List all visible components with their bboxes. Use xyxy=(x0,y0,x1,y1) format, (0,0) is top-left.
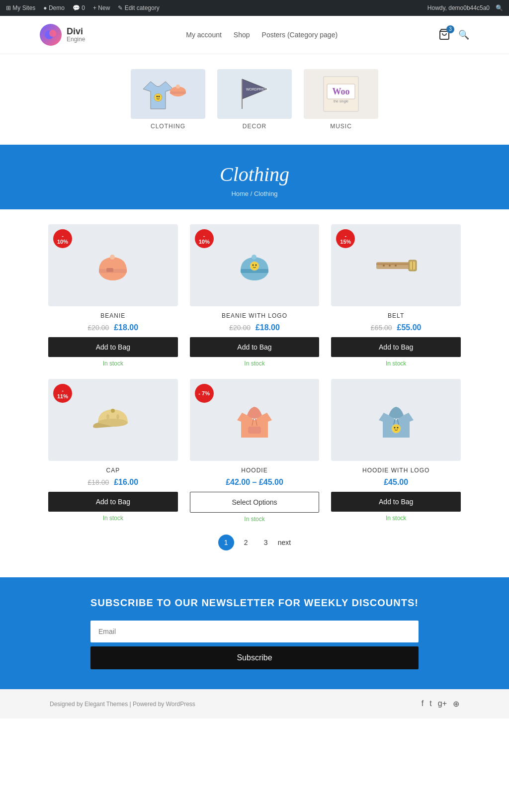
rss-icon[interactable]: ⊕ xyxy=(453,699,459,709)
svg-rect-27 xyxy=(376,263,414,265)
product-hoodie-with-logo-image xyxy=(331,379,461,461)
product-hoodie-logo-price: £45.00 xyxy=(331,478,461,487)
admin-search-icon[interactable]: 🔍 xyxy=(496,4,503,11)
product-hoodie: - 7% HOODIE £42.00 – £45.00 Select Optio… xyxy=(190,379,320,523)
product-hoodie-name: HOODIE xyxy=(190,467,320,474)
product-hoodie-select-button[interactable]: Select Options xyxy=(190,492,320,513)
product-belt-name: BELT xyxy=(331,312,461,319)
product-beanie: - 10% BEANIE £20.00 £18.00 Add to Bag In… xyxy=(48,224,178,367)
admin-edit-category[interactable]: ✎ Edit category xyxy=(118,4,159,11)
page-next[interactable]: next xyxy=(278,539,291,546)
svg-rect-7 xyxy=(170,91,186,94)
admin-new[interactable]: + New xyxy=(93,4,110,11)
admin-comments[interactable]: 💬 0 xyxy=(73,4,85,11)
product-hoodie-discount: - 7% xyxy=(195,384,214,403)
product-belt-image: - 15% xyxy=(331,224,461,306)
product-beanie-logo-discount: - 10% xyxy=(195,229,214,248)
facebook-icon[interactable]: f xyxy=(422,699,424,709)
cart-count: 3 xyxy=(446,25,454,33)
product-beanie-add-button[interactable]: Add to Bag xyxy=(48,337,178,357)
breadcrumb: Home / Clothing xyxy=(10,190,499,197)
twitter-icon[interactable]: t xyxy=(429,699,431,709)
svg-point-22 xyxy=(252,255,256,260)
category-decor[interactable]: WORDPRESS DECOR xyxy=(217,69,292,130)
svg-text:the single: the single xyxy=(334,99,348,103)
svg-point-43 xyxy=(397,427,398,428)
svg-text:WORDPRESS: WORDPRESS xyxy=(246,88,269,91)
product-beanie-name: BEANIE xyxy=(48,312,178,319)
breadcrumb-current: Clothing xyxy=(254,190,278,197)
svg-point-41 xyxy=(392,424,401,433)
svg-point-42 xyxy=(394,427,395,428)
logo-icon xyxy=(40,24,62,46)
svg-point-35 xyxy=(111,409,115,413)
logo-text: Divi Engine xyxy=(67,27,85,43)
admin-my-sites[interactable]: ⊞ My Sites xyxy=(6,4,35,11)
svg-point-4 xyxy=(157,96,158,97)
email-input[interactable] xyxy=(90,621,419,642)
svg-rect-18 xyxy=(106,268,113,272)
header-search-icon[interactable]: 🔍 xyxy=(458,29,469,40)
product-beanie-with-logo-image: - 10% xyxy=(190,224,320,306)
banner-title: Clothing xyxy=(10,163,499,186)
googleplus-icon[interactable]: g+ xyxy=(438,699,447,709)
product-hoodie-price: £42.00 – £45.00 xyxy=(190,478,320,487)
nav-posters[interactable]: Posters (Category page) xyxy=(262,31,338,39)
category-music[interactable]: Woo the single MUSIC xyxy=(304,69,378,130)
newsletter-title: SUBSCRIBE TO OUR NEWSLETTER FOR WEEKLY D… xyxy=(10,597,499,609)
breadcrumb-home[interactable]: Home xyxy=(231,190,249,197)
product-cap-name: CAP xyxy=(48,467,178,474)
product-beanie-discount: - 10% xyxy=(53,229,72,248)
product-hoodie-with-logo: HOODIE WITH LOGO £45.00 Add to Bag In st… xyxy=(331,379,461,523)
admin-demo[interactable]: ● Demo xyxy=(43,4,65,11)
product-belt-status: In stock xyxy=(331,360,461,367)
product-hoodie-logo-name: HOODIE WITH LOGO xyxy=(331,467,461,474)
subscribe-button[interactable]: Subscribe xyxy=(90,646,419,669)
category-music-label: MUSIC xyxy=(304,123,378,130)
cart-icon[interactable]: 3 xyxy=(438,28,450,42)
svg-point-36 xyxy=(106,414,109,419)
footer-content: Designed by Elegant Themes | Powered by … xyxy=(10,699,499,709)
product-beanie-image: - 10% xyxy=(48,224,178,306)
pagination: 1 2 3 next xyxy=(48,523,461,562)
product-hoodie-logo-add-button[interactable]: Add to Bag xyxy=(331,492,461,512)
category-clothing[interactable]: CLOTHING xyxy=(131,69,205,130)
site-footer: Designed by Elegant Themes | Powered by … xyxy=(0,689,509,719)
product-belt-discount: - 15% xyxy=(336,229,355,248)
page-3[interactable]: 3 xyxy=(258,535,274,550)
product-cap-status: In stock xyxy=(48,515,178,522)
admin-user: Howdy, demo0b44c5a0 xyxy=(427,4,490,11)
nav-shop[interactable]: Shop xyxy=(234,31,250,39)
footer-social: f t g+ ⊕ xyxy=(422,699,459,709)
page-1[interactable]: 1 xyxy=(218,535,234,550)
product-cap-add-button[interactable]: Add to Bag xyxy=(48,492,178,512)
nav-my-account[interactable]: My account xyxy=(186,31,222,39)
product-beanie-price: £20.00 £18.00 xyxy=(48,323,178,332)
category-section: CLOTHING WORDPRESS DECOR xyxy=(38,69,471,130)
product-belt-add-button[interactable]: Add to Bag xyxy=(331,337,461,357)
admin-bar: ⊞ My Sites ● Demo 💬 0 + New ✎ Edit categ… xyxy=(0,0,509,16)
category-music-image: Woo the single xyxy=(304,69,378,119)
product-cap-discount: - 11% xyxy=(53,384,72,403)
svg-point-32 xyxy=(389,265,391,267)
category-clothing-label: CLOTHING xyxy=(131,123,205,130)
product-cap-image: - 11% xyxy=(48,379,178,461)
logo[interactable]: Divi Engine xyxy=(40,24,85,46)
header-icons: 3 🔍 xyxy=(438,28,469,42)
site-header: Divi Engine My account Shop Posters (Cat… xyxy=(0,16,509,54)
svg-point-19 xyxy=(110,255,115,260)
product-cap-price: £18.00 £16.00 xyxy=(48,478,178,487)
product-beanie-status: In stock xyxy=(48,360,178,367)
product-belt: - 15% BELT £65.00 £55.00 xyxy=(331,224,461,367)
svg-point-23 xyxy=(250,262,259,271)
svg-point-25 xyxy=(255,264,256,266)
product-beanie-with-logo-name: BEANIE WITH LOGO xyxy=(190,312,320,319)
product-hoodie-status: In stock xyxy=(190,516,320,523)
svg-point-37 xyxy=(116,414,119,419)
svg-text:Woo: Woo xyxy=(332,87,349,96)
footer-credit: Designed by Elegant Themes | Powered by … xyxy=(50,701,422,708)
svg-point-24 xyxy=(252,264,254,266)
product-beanie-logo-add-button[interactable]: Add to Bag xyxy=(190,337,320,357)
page-2[interactable]: 2 xyxy=(238,535,254,550)
product-belt-price: £65.00 £55.00 xyxy=(331,323,461,332)
